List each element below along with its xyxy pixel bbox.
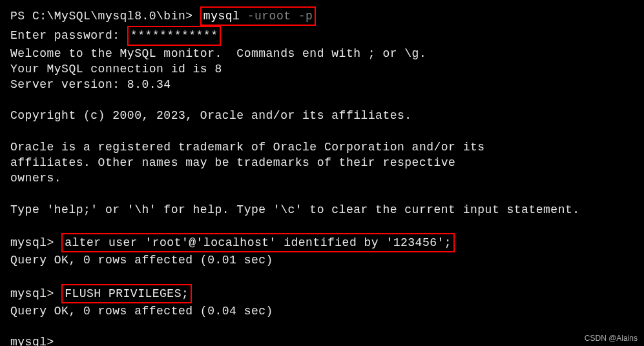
highlight-password: ************ (127, 26, 222, 45)
mysql-prompt-empty: mysql> (10, 334, 634, 346)
blank-line (10, 187, 634, 202)
highlight-alter-user: alter user 'root'@'localhost' identified… (61, 233, 455, 252)
blank-line (10, 124, 634, 139)
prompt-line-1: PS C:\MySQL\mysql8.0\bin> mysql -uroot -… (10, 6, 634, 26)
highlight-flush-privileges: FLUSH PRIVILEGES; (61, 284, 192, 303)
mysql-prompt: mysql> (10, 287, 54, 300)
query-ok-1: Query OK, 0 rows affected (0.01 sec) (10, 252, 634, 268)
enter-password-label: Enter password: (10, 29, 120, 42)
mysql-command-args: -uroot -p (240, 10, 313, 23)
trademark-line-2: affiliates. Other names may be trademark… (10, 155, 634, 170)
password-line: Enter password: ************ (10, 26, 634, 45)
query-ok-2: Query OK, 0 rows affected (0.04 sec) (10, 303, 634, 319)
trademark-line-1: Oracle is a registered trademark of Orac… (10, 139, 634, 155)
blank-line (10, 218, 634, 233)
mysql-command-name: mysql (203, 10, 240, 23)
mysql-prompt: mysql> (10, 236, 54, 249)
connection-id-line: Your MySQL connection id is 8 (10, 61, 634, 77)
terminal-output[interactable]: PS C:\MySQL\mysql8.0\bin> mysql -uroot -… (10, 6, 634, 346)
mysql-prompt: mysql> (10, 336, 54, 346)
copyright-line: Copyright (c) 2000, 2023, Oracle and/or … (10, 108, 634, 123)
blank-line (10, 92, 634, 108)
ps-prompt: PS C:\MySQL\mysql8.0\bin> (10, 10, 193, 23)
highlight-mysql-command: mysql -uroot -p (200, 6, 317, 26)
trademark-line-3: owners. (10, 170, 634, 186)
blank-line (10, 319, 634, 334)
watermark: CSDN @Alains (585, 333, 638, 343)
alter-user-line: mysql> alter user 'root'@'localhost' ide… (10, 233, 634, 252)
flush-privileges-line: mysql> FLUSH PRIVILEGES; (10, 284, 634, 303)
blank-line (10, 269, 634, 284)
welcome-line: Welcome to the MySQL monitor. Commands e… (10, 46, 634, 61)
server-version-line: Server version: 8.0.34 (10, 77, 634, 92)
help-line: Type 'help;' or '\h' for help. Type '\c'… (10, 202, 634, 218)
